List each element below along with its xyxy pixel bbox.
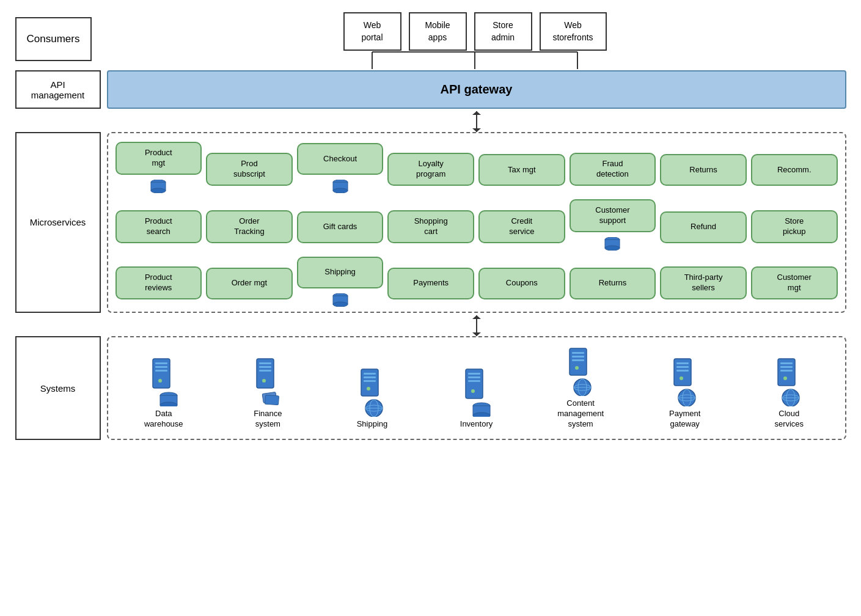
svg-rect-39	[364, 376, 376, 378]
svg-rect-64	[676, 362, 689, 364]
ms-prod-subscript: Prodsubscript	[206, 153, 293, 186]
db-cylinder-customer-support	[604, 237, 621, 251]
client-web-storefronts: Webstorefronts	[540, 12, 607, 51]
ms-gift-cards: Gift cards	[297, 211, 384, 243]
api-management-label: APImanagement	[15, 70, 101, 109]
ms-refund: Refund	[660, 211, 747, 243]
svg-point-67	[680, 376, 683, 380]
consumers-box: Consumers	[15, 17, 92, 61]
ms-credit-service: Creditservice	[478, 210, 565, 243]
api-gateway-box: API gateway	[107, 70, 846, 109]
svg-rect-74	[780, 366, 793, 368]
db-cylinder-product-mgt	[150, 180, 167, 193]
client-web-portal: Webportal	[343, 12, 401, 51]
svg-point-29	[160, 402, 177, 406]
svg-rect-33	[259, 370, 271, 372]
ms-tax-mgt: Tax mgt	[478, 154, 565, 186]
svg-rect-73	[780, 362, 793, 364]
client-mobile-apps: Mobileapps	[409, 12, 467, 51]
microservices-content: Productmgt Prodsubscript Checkout	[107, 132, 846, 313]
svg-point-53	[473, 413, 490, 417]
system-data-warehouse: Datawarehouse	[114, 358, 214, 430]
svg-rect-32	[259, 366, 271, 368]
client-store-admin: Storeadmin	[474, 12, 532, 51]
ms-product-mgt: Productmgt	[115, 142, 202, 186]
svg-marker-5	[472, 111, 481, 115]
ms-fraud-detection: Frauddetection	[570, 153, 656, 186]
ms-payments: Payments	[387, 268, 474, 299]
ms-coupons: Coupons	[478, 268, 565, 299]
ms-row-3: Productreviews Order mgt Shipping Paymen…	[115, 257, 838, 299]
svg-rect-24	[155, 366, 167, 368]
system-payment-gateway: Paymentgateway	[635, 358, 735, 430]
ms-row-2: Productsearch OrderTracking Gift cards S…	[115, 199, 838, 243]
server-globe-icon-shipping	[354, 368, 390, 417]
ms-row-1: Productmgt Prodsubscript Checkout	[115, 142, 838, 186]
client-apps-row: Webportal Mobileapps Storeadmin Webstore…	[343, 12, 607, 51]
ms-loyalty-program: Loyaltyprogram	[387, 153, 474, 186]
svg-rect-23	[155, 362, 167, 364]
db-cylinder-shipping	[332, 293, 349, 307]
svg-point-18	[333, 302, 348, 307]
server-globe-icon-payment	[667, 358, 703, 406]
server-db-icon-inventory	[458, 368, 495, 417]
ms-shipping: Shipping	[297, 257, 384, 299]
system-inventory: Inventory	[427, 368, 526, 430]
svg-rect-75	[780, 370, 793, 372]
svg-point-9	[151, 188, 166, 193]
ms-third-party-sellers: Third-partysellers	[660, 266, 747, 299]
ms-customer-mgt: Customermgt	[751, 266, 838, 299]
svg-rect-55	[572, 352, 584, 354]
svg-marker-21	[472, 332, 481, 336]
svg-rect-56	[572, 356, 584, 358]
ms-shopping-cart: Shoppingcart	[387, 210, 474, 243]
ms-returns-2: Returns	[570, 268, 656, 299]
architecture-diagram: Consumers Webportal Mobileapps Storeadmi…	[15, 12, 846, 440]
svg-point-15	[605, 246, 620, 251]
ms-recommm: Recomm.	[751, 154, 838, 186]
svg-marker-20	[472, 315, 481, 319]
svg-rect-36	[265, 395, 279, 405]
svg-rect-25	[155, 370, 167, 372]
svg-point-12	[333, 188, 348, 193]
svg-rect-49	[468, 380, 480, 382]
ms-store-pickup: Storepickup	[751, 210, 838, 243]
systems-row: Systems Datawarehouse	[15, 336, 846, 441]
svg-point-58	[575, 366, 579, 370]
server-globe-icon-content	[562, 347, 599, 396]
ms-order-tracking: OrderTracking	[206, 210, 293, 243]
server-cards-icon	[249, 358, 286, 406]
system-cloud-services: Cloudservices	[739, 358, 839, 430]
svg-rect-38	[364, 373, 376, 375]
svg-rect-57	[572, 359, 584, 361]
systems-content: Datawarehouse Financesystem	[107, 336, 846, 441]
svg-rect-48	[468, 376, 480, 378]
server-db-icon	[145, 358, 182, 406]
ms-customer-support: Customersupport	[570, 199, 656, 243]
svg-point-34	[262, 379, 266, 383]
ms-product-search: Productsearch	[115, 210, 202, 243]
system-content-mgmt: Contentmanagementsystem	[531, 347, 631, 430]
svg-point-76	[783, 376, 787, 380]
db-cylinder-checkout	[332, 180, 349, 193]
system-finance: Financesystem	[218, 358, 318, 430]
svg-point-41	[367, 387, 370, 391]
ms-checkout: Checkout	[297, 143, 384, 186]
microservices-label: Microservices	[15, 132, 101, 313]
ms-order-mgt: Order mgt	[206, 268, 293, 299]
api-to-ms-arrow	[107, 111, 846, 132]
server-globe-icon-cloud	[771, 358, 807, 406]
ms-to-sys-arrow	[107, 315, 846, 336]
microservices-row: Microservices Productmgt Prodsubscript	[15, 132, 846, 313]
svg-point-50	[471, 389, 475, 393]
svg-rect-47	[468, 373, 480, 375]
svg-rect-31	[259, 362, 271, 364]
svg-rect-65	[676, 366, 689, 368]
systems-label: Systems	[15, 336, 101, 441]
svg-rect-40	[364, 380, 376, 382]
client-bracket-connector	[340, 51, 609, 70]
ms-product-reviews: Productreviews	[115, 266, 202, 299]
svg-point-26	[158, 379, 162, 383]
api-management-row: APImanagement API gateway	[15, 70, 846, 109]
ms-returns-1: Returns	[660, 154, 747, 186]
